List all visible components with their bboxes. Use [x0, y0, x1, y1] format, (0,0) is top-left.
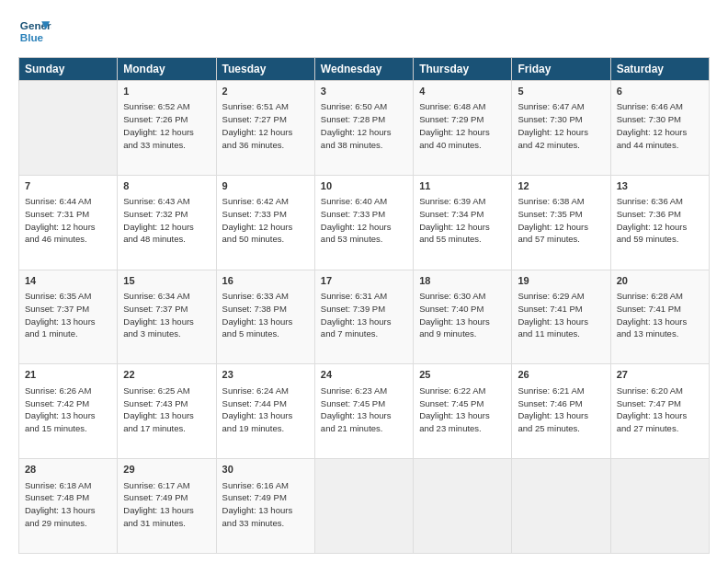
day-info: Sunrise: 6:52 AM Sunset: 7:26 PM Dayligh… — [123, 100, 210, 151]
calendar-cell — [314, 459, 413, 554]
day-info: Sunrise: 6:48 AM Sunset: 7:29 PM Dayligh… — [419, 100, 506, 151]
week-row-5: 28Sunrise: 6:18 AM Sunset: 7:48 PM Dayli… — [19, 459, 710, 554]
week-row-3: 14Sunrise: 6:35 AM Sunset: 7:37 PM Dayli… — [19, 270, 710, 364]
day-info: Sunrise: 6:21 AM Sunset: 7:46 PM Dayligh… — [518, 385, 604, 435]
calendar-cell: 18Sunrise: 6:30 AM Sunset: 7:40 PM Dayli… — [414, 270, 512, 364]
calendar-cell: 9Sunrise: 6:42 AM Sunset: 7:33 PM Daylig… — [216, 175, 314, 270]
day-number: 18 — [419, 274, 506, 288]
day-info: Sunrise: 6:47 AM Sunset: 7:30 PM Dayligh… — [518, 100, 604, 151]
calendar-cell: 27Sunrise: 6:20 AM Sunset: 7:47 PM Dayli… — [610, 364, 709, 459]
day-info: Sunrise: 6:42 AM Sunset: 7:33 PM Dayligh… — [222, 195, 309, 246]
calendar-cell: 2Sunrise: 6:51 AM Sunset: 7:27 PM Daylig… — [216, 81, 314, 176]
page-header: General Blue — [18, 15, 710, 48]
header-day-saturday: Saturday — [610, 58, 709, 81]
logo-icon: General Blue — [18, 15, 51, 48]
day-number: 9 — [222, 179, 309, 193]
logo: General Blue — [18, 15, 51, 48]
day-number: 17 — [321, 274, 407, 288]
calendar-cell: 25Sunrise: 6:22 AM Sunset: 7:45 PM Dayli… — [414, 364, 512, 459]
day-info: Sunrise: 6:51 AM Sunset: 7:27 PM Dayligh… — [222, 100, 309, 151]
header-day-sunday: Sunday — [19, 58, 118, 81]
day-info: Sunrise: 6:31 AM Sunset: 7:39 PM Dayligh… — [321, 290, 407, 340]
calendar-cell — [414, 459, 512, 554]
header-row: SundayMondayTuesdayWednesdayThursdayFrid… — [19, 58, 710, 81]
week-row-2: 7Sunrise: 6:44 AM Sunset: 7:31 PM Daylig… — [19, 175, 710, 270]
day-number: 20 — [617, 274, 703, 288]
calendar-cell: 26Sunrise: 6:21 AM Sunset: 7:46 PM Dayli… — [512, 364, 610, 459]
day-number: 7 — [25, 179, 111, 193]
day-number: 19 — [518, 274, 604, 288]
day-number: 27 — [617, 368, 703, 382]
day-number: 30 — [222, 463, 309, 477]
day-info: Sunrise: 6:20 AM Sunset: 7:47 PM Dayligh… — [617, 385, 703, 435]
day-info: Sunrise: 6:17 AM Sunset: 7:49 PM Dayligh… — [123, 479, 210, 530]
day-number: 21 — [25, 368, 111, 382]
day-number: 3 — [321, 85, 407, 98]
calendar-cell: 3Sunrise: 6:50 AM Sunset: 7:28 PM Daylig… — [314, 81, 413, 176]
calendar-cell: 14Sunrise: 6:35 AM Sunset: 7:37 PM Dayli… — [19, 270, 118, 364]
day-number: 23 — [222, 368, 309, 382]
calendar-cell: 11Sunrise: 6:39 AM Sunset: 7:34 PM Dayli… — [414, 175, 512, 270]
day-number: 1 — [123, 85, 210, 98]
day-info: Sunrise: 6:22 AM Sunset: 7:45 PM Dayligh… — [419, 385, 506, 435]
header-day-friday: Friday — [512, 58, 610, 81]
calendar-cell: 24Sunrise: 6:23 AM Sunset: 7:45 PM Dayli… — [314, 364, 413, 459]
day-number: 4 — [419, 85, 506, 98]
day-number: 14 — [25, 274, 111, 288]
calendar-cell: 22Sunrise: 6:25 AM Sunset: 7:43 PM Dayli… — [118, 364, 216, 459]
day-info: Sunrise: 6:50 AM Sunset: 7:28 PM Dayligh… — [321, 100, 407, 151]
day-info: Sunrise: 6:34 AM Sunset: 7:37 PM Dayligh… — [123, 290, 210, 340]
calendar-cell: 28Sunrise: 6:18 AM Sunset: 7:48 PM Dayli… — [19, 459, 118, 554]
calendar-cell — [19, 81, 118, 176]
calendar-cell: 8Sunrise: 6:43 AM Sunset: 7:32 PM Daylig… — [118, 175, 216, 270]
day-number: 12 — [518, 179, 604, 193]
day-info: Sunrise: 6:30 AM Sunset: 7:40 PM Dayligh… — [419, 290, 506, 340]
day-number: 29 — [123, 463, 210, 477]
day-info: Sunrise: 6:44 AM Sunset: 7:31 PM Dayligh… — [25, 195, 111, 246]
calendar-table: SundayMondayTuesdayWednesdayThursdayFrid… — [18, 57, 710, 554]
calendar-cell: 4Sunrise: 6:48 AM Sunset: 7:29 PM Daylig… — [414, 81, 512, 176]
day-number: 22 — [123, 368, 210, 382]
day-info: Sunrise: 6:18 AM Sunset: 7:48 PM Dayligh… — [25, 479, 111, 530]
calendar-cell: 13Sunrise: 6:36 AM Sunset: 7:36 PM Dayli… — [610, 175, 709, 270]
day-number: 6 — [617, 85, 703, 98]
calendar-cell: 7Sunrise: 6:44 AM Sunset: 7:31 PM Daylig… — [19, 175, 118, 270]
calendar-cell: 23Sunrise: 6:24 AM Sunset: 7:44 PM Dayli… — [216, 364, 314, 459]
week-row-1: 1Sunrise: 6:52 AM Sunset: 7:26 PM Daylig… — [19, 81, 710, 176]
calendar-cell: 6Sunrise: 6:46 AM Sunset: 7:30 PM Daylig… — [610, 81, 709, 176]
header-day-monday: Monday — [118, 58, 216, 81]
header-day-tuesday: Tuesday — [216, 58, 314, 81]
day-number: 16 — [222, 274, 309, 288]
day-number: 2 — [222, 85, 309, 98]
calendar-cell: 1Sunrise: 6:52 AM Sunset: 7:26 PM Daylig… — [118, 81, 216, 176]
calendar-cell: 20Sunrise: 6:28 AM Sunset: 7:41 PM Dayli… — [610, 270, 709, 364]
day-info: Sunrise: 6:16 AM Sunset: 7:49 PM Dayligh… — [222, 479, 309, 530]
calendar-cell: 16Sunrise: 6:33 AM Sunset: 7:38 PM Dayli… — [216, 270, 314, 364]
calendar-cell: 17Sunrise: 6:31 AM Sunset: 7:39 PM Dayli… — [314, 270, 413, 364]
day-info: Sunrise: 6:26 AM Sunset: 7:42 PM Dayligh… — [25, 385, 111, 435]
calendar-cell: 29Sunrise: 6:17 AM Sunset: 7:49 PM Dayli… — [118, 459, 216, 554]
day-info: Sunrise: 6:39 AM Sunset: 7:34 PM Dayligh… — [419, 195, 506, 246]
day-info: Sunrise: 6:24 AM Sunset: 7:44 PM Dayligh… — [222, 385, 309, 435]
calendar-cell: 21Sunrise: 6:26 AM Sunset: 7:42 PM Dayli… — [19, 364, 118, 459]
header-day-thursday: Thursday — [414, 58, 512, 81]
day-number: 13 — [617, 179, 703, 193]
calendar-cell: 12Sunrise: 6:38 AM Sunset: 7:35 PM Dayli… — [512, 175, 610, 270]
day-info: Sunrise: 6:43 AM Sunset: 7:32 PM Dayligh… — [123, 195, 210, 246]
day-info: Sunrise: 6:29 AM Sunset: 7:41 PM Dayligh… — [518, 290, 604, 340]
calendar-cell: 19Sunrise: 6:29 AM Sunset: 7:41 PM Dayli… — [512, 270, 610, 364]
calendar-cell — [512, 459, 610, 554]
day-info: Sunrise: 6:46 AM Sunset: 7:30 PM Dayligh… — [617, 100, 703, 151]
day-number: 28 — [25, 463, 111, 477]
day-info: Sunrise: 6:40 AM Sunset: 7:33 PM Dayligh… — [321, 195, 407, 246]
week-row-4: 21Sunrise: 6:26 AM Sunset: 7:42 PM Dayli… — [19, 364, 710, 459]
day-number: 10 — [321, 179, 407, 193]
day-number: 8 — [123, 179, 210, 193]
day-info: Sunrise: 6:36 AM Sunset: 7:36 PM Dayligh… — [617, 195, 703, 246]
day-info: Sunrise: 6:25 AM Sunset: 7:43 PM Dayligh… — [123, 385, 210, 435]
day-number: 26 — [518, 368, 604, 382]
day-info: Sunrise: 6:38 AM Sunset: 7:35 PM Dayligh… — [518, 195, 604, 246]
day-info: Sunrise: 6:23 AM Sunset: 7:45 PM Dayligh… — [321, 385, 407, 435]
day-number: 11 — [419, 179, 506, 193]
calendar-cell — [610, 459, 709, 554]
